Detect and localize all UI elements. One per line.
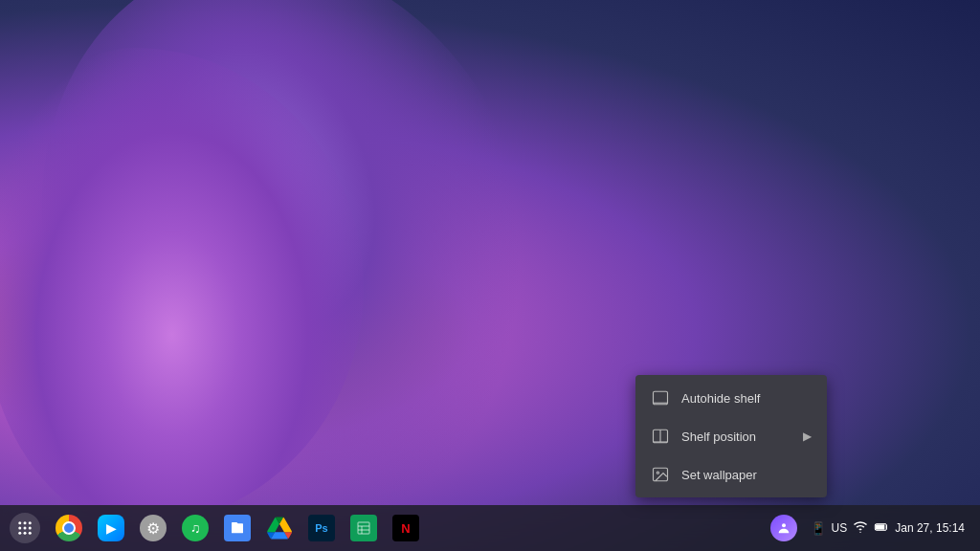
photoshop-icon: Ps: [308, 515, 335, 541]
menu-item-shelf-position[interactable]: Shelf position ▶: [635, 417, 827, 455]
shelf-app-files[interactable]: [218, 509, 256, 547]
launcher-button[interactable]: [8, 509, 46, 547]
autohide-shelf-label: Autohide shelf: [681, 391, 760, 406]
context-menu: Autohide shelf Shelf position ▶ Set wall…: [635, 375, 827, 497]
shelf: ▶ ⚙ ♫: [0, 505, 980, 551]
svg-point-21: [860, 531, 861, 532]
phone-icon: 📱: [811, 521, 826, 536]
autohide-shelf-icon: [651, 388, 670, 408]
svg-point-7: [18, 521, 21, 524]
shelf-app-sheets[interactable]: [345, 509, 383, 547]
shelf-app-photoshop[interactable]: Ps: [302, 509, 341, 547]
shelf-position-label: Shelf position: [681, 430, 756, 444]
svg-point-11: [24, 527, 27, 530]
chrome-icon: [56, 515, 82, 541]
svg-point-8: [24, 521, 27, 524]
shelf-app-settings[interactable]: ⚙: [134, 509, 172, 547]
network-label: US: [832, 521, 848, 535]
sheets-icon: [350, 515, 377, 541]
shelf-status-area[interactable]: 📱 US Jan 27, 1: [770, 515, 972, 541]
shelf-apps: ▶ ⚙ ♫: [8, 509, 425, 547]
svg-point-15: [29, 532, 32, 535]
svg-point-9: [29, 521, 32, 524]
drive-icon: [266, 515, 293, 541]
svg-point-14: [24, 532, 27, 535]
files-icon: [224, 515, 251, 541]
svg-point-12: [29, 527, 32, 530]
set-wallpaper-label: Set wallpaper: [681, 468, 757, 482]
shelf-app-play-store[interactable]: ▶: [92, 509, 130, 547]
menu-item-set-wallpaper[interactable]: Set wallpaper: [635, 455, 827, 494]
shelf-app-netflix[interactable]: N: [387, 509, 425, 547]
datetime: Jan 27, 15:14: [895, 521, 965, 535]
svg-point-10: [18, 527, 21, 530]
system-tray[interactable]: 📱 US Jan 27, 1: [803, 516, 972, 541]
svg-rect-16: [358, 522, 369, 534]
svg-point-6: [657, 472, 658, 474]
user-avatar: [770, 515, 797, 541]
shelf-position-icon: [651, 427, 670, 446]
svg-point-13: [18, 532, 21, 535]
wallpaper: [0, 0, 980, 551]
shelf-app-chrome[interactable]: [50, 509, 88, 547]
spotify-icon: ♫: [182, 515, 209, 541]
menu-item-autohide-shelf[interactable]: Autohide shelf: [635, 379, 827, 417]
set-wallpaper-icon: [651, 465, 670, 484]
play-store-icon: ▶: [98, 515, 124, 541]
shelf-position-arrow: ▶: [803, 430, 812, 443]
netflix-icon: N: [392, 515, 419, 541]
battery-icon: [874, 519, 889, 538]
shelf-app-spotify[interactable]: ♫: [176, 509, 214, 547]
svg-point-20: [782, 523, 786, 527]
wifi-icon: [853, 519, 868, 538]
shelf-app-drive[interactable]: [260, 509, 299, 547]
svg-rect-23: [876, 524, 884, 529]
settings-icon: ⚙: [140, 515, 167, 541]
